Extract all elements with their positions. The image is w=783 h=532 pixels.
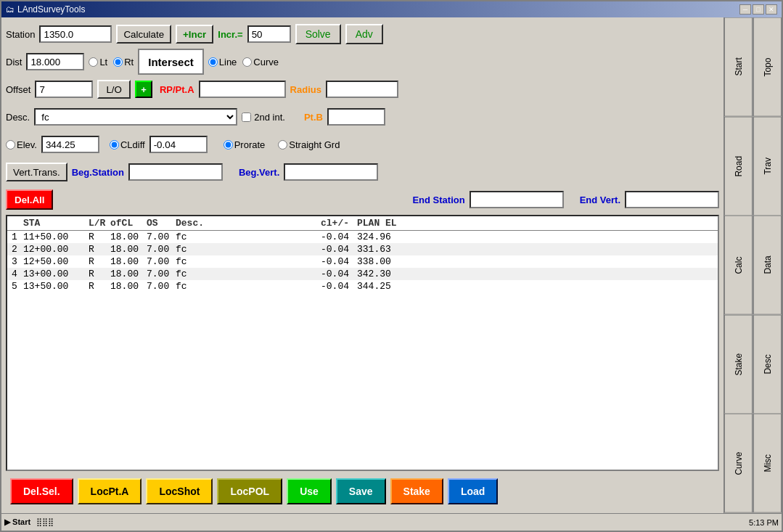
elev-radio[interactable] (6, 140, 15, 150)
cell-os: 7.00 (147, 256, 176, 267)
del-sel-button[interactable]: Del.Sel. (10, 478, 73, 504)
station-input[interactable] (39, 25, 112, 43)
calculate-button[interactable]: Calculate (116, 25, 171, 44)
table-row[interactable]: 1 11+50.00 R 18.00 7.00 fc -0.04 324.96 (7, 231, 718, 243)
tab-trav[interactable]: Trav (753, 117, 782, 216)
use-button[interactable]: Use (287, 478, 332, 504)
cell-cl: -0.04 (321, 232, 357, 242)
tab-misc[interactable]: Misc (753, 414, 782, 513)
lt-radio[interactable] (89, 57, 98, 67)
cell-num: 1 (12, 232, 23, 242)
tab-curve[interactable]: Curve (724, 414, 753, 513)
end-vert-input[interactable] (625, 191, 719, 208)
loc-pt-a-button[interactable]: LocPt.A (78, 478, 142, 504)
second-int-text: 2nd int. (254, 112, 285, 123)
beg-vert-input[interactable] (284, 163, 378, 181)
beg-station-input[interactable] (128, 163, 223, 181)
lt-rt-group: Lt Rt (89, 57, 134, 67)
elev-radio-label[interactable]: Elev. (6, 139, 37, 150)
end-station-input[interactable] (470, 191, 564, 208)
cell-lr: R (89, 269, 110, 279)
prorate-radio[interactable] (224, 140, 233, 150)
lo-button[interactable]: L/O (97, 80, 130, 99)
plus-button[interactable]: + (135, 81, 152, 98)
cell-os: 7.00 (147, 244, 176, 255)
incr-plus-button[interactable]: +Incr (176, 25, 213, 44)
incr-value-input[interactable] (247, 25, 291, 43)
station-label: Station (6, 29, 35, 40)
cldiff-radio[interactable] (110, 140, 119, 150)
lt-label: Lt (99, 57, 107, 67)
start-button[interactable]: ▶ Start (4, 517, 30, 527)
minimize-button[interactable]: ─ (739, 4, 751, 15)
col-header-desc: Desc. (176, 218, 321, 229)
vert-trans-button[interactable]: Vert.Trans. (6, 163, 67, 181)
cell-desc: fc (176, 232, 321, 242)
rt-radio-label[interactable]: Rt (113, 57, 134, 67)
save-button[interactable]: Save (336, 478, 386, 504)
tab-calc[interactable]: Calc (724, 216, 753, 315)
table-row[interactable]: 3 12+50.00 R 18.00 7.00 fc -0.04 338.00 (7, 255, 718, 268)
cell-ofcl: 18.00 (110, 281, 147, 292)
col-header-num (12, 218, 23, 229)
table-row[interactable]: 5 13+50.00 R 18.00 7.00 fc -0.04 344.25 (7, 280, 718, 292)
tab-start[interactable]: Start (724, 17, 753, 117)
ptb-input[interactable] (327, 108, 385, 126)
cell-plan: 344.25 (357, 281, 401, 292)
straight-grd-radio-label[interactable]: Straight Grd (278, 139, 340, 150)
second-int-checkbox[interactable] (242, 112, 251, 122)
elev-input[interactable] (41, 136, 99, 153)
dist-row: Dist Lt Rt Intersect Line (6, 49, 719, 74)
cell-ofcl: 18.00 (110, 244, 147, 255)
cell-ofcl: 18.00 (110, 269, 147, 279)
loc-shot-button[interactable]: LocShot (146, 478, 213, 504)
del-all-button[interactable]: Del.All (6, 189, 53, 210)
curve-radio[interactable] (242, 57, 252, 67)
taskbar-icons: ⣿⣿⣿ (36, 517, 54, 527)
curve-radio-label[interactable]: Curve (242, 57, 279, 67)
data-table: STA L/R ofCL OS Desc. cl+/- PLAN EL 1 11… (6, 215, 719, 471)
radius-input[interactable] (326, 81, 398, 98)
second-int-label[interactable]: 2nd int. (242, 112, 285, 123)
cldiff-radio-label[interactable]: CLdiff (110, 139, 145, 150)
offset-input[interactable] (35, 81, 93, 98)
prorate-radio-label[interactable]: Prorate (224, 139, 266, 150)
desc-row: Desc. fc ep fl tc bc 2nd int. Pt.B (6, 105, 719, 129)
line-radio[interactable] (208, 57, 218, 67)
cldiff-label: CLdiff (120, 139, 145, 150)
straight-grd-radio[interactable] (278, 140, 287, 150)
elev-row: Elev. CLdiff Prorate Straight Grd (6, 132, 719, 157)
dist-input[interactable] (26, 53, 84, 70)
adv-button[interactable]: Adv (345, 24, 383, 44)
cell-plan: 324.96 (357, 232, 401, 242)
stake-button[interactable]: Stake (390, 478, 443, 504)
maximize-button[interactable]: □ (753, 4, 764, 15)
main-content: Station Calculate +Incr Incr.= Solve Adv… (1, 17, 782, 513)
cldiff-input[interactable] (149, 136, 208, 153)
cell-plan: 338.00 (357, 256, 401, 267)
line-radio-label[interactable]: Line (208, 57, 237, 67)
lt-radio-label[interactable]: Lt (89, 57, 107, 67)
beg-station-label: Beg.Station (72, 167, 124, 178)
tab-data[interactable]: Data (753, 216, 782, 315)
col-header-lr: L/R (89, 218, 110, 229)
table-row[interactable]: 4 13+00.00 R 18.00 7.00 fc -0.04 342.30 (7, 268, 718, 280)
close-button[interactable]: ✕ (766, 4, 777, 15)
prorate-label: Prorate (234, 139, 266, 150)
load-button[interactable]: Load (448, 478, 498, 504)
cell-sta: 13+00.00 (23, 269, 89, 279)
rp-input[interactable] (199, 81, 286, 98)
loc-pol-button[interactable]: LocPOL (217, 478, 282, 504)
tab-topo[interactable]: Topo (753, 17, 782, 117)
solve-button[interactable]: Solve (295, 24, 341, 44)
table-row[interactable]: 2 12+00.00 R 18.00 7.00 fc -0.04 331.63 (7, 243, 718, 255)
desc-select[interactable]: fc ep fl tc bc (34, 108, 237, 126)
intersect-button[interactable]: Intersect (138, 49, 204, 75)
rt-radio[interactable] (113, 57, 123, 67)
tab-desc[interactable]: Desc (753, 315, 782, 414)
cell-sta: 12+50.00 (23, 256, 89, 267)
col-header-plan: PLAN EL (357, 218, 401, 229)
elev-label: Elev. (17, 139, 37, 150)
tab-stake[interactable]: Stake (724, 315, 753, 414)
tab-road[interactable]: Road (724, 117, 753, 216)
